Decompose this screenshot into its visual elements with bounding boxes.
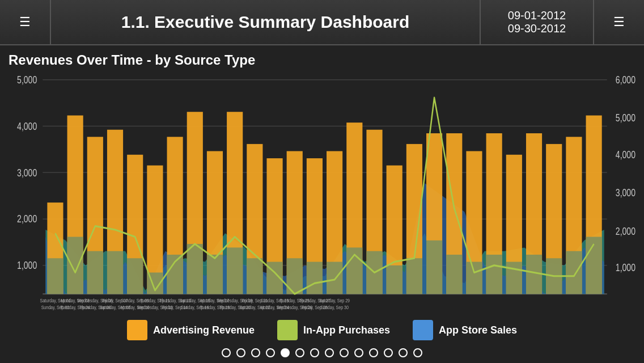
svg-rect-70 — [486, 255, 502, 294]
svg-text:Saturday, Sep 29: Saturday, Sep 29 — [319, 298, 350, 304]
page-dot-9[interactable] — [340, 348, 349, 357]
appstore-sales-label: App Store Sales — [439, 324, 517, 336]
legend-item-inapp: In-App Purchases — [277, 320, 390, 340]
svg-text:4,000: 4,000 — [17, 121, 37, 132]
list-icon: ☰ — [19, 16, 31, 28]
svg-text:4,000: 4,000 — [616, 150, 635, 161]
svg-rect-58 — [247, 258, 262, 294]
page-dot-5[interactable] — [281, 348, 290, 357]
svg-rect-74 — [566, 251, 582, 294]
date-end: 09-30-2012 — [508, 22, 566, 35]
inapp-purchases-swatch — [277, 320, 298, 340]
svg-rect-61 — [307, 262, 323, 294]
svg-rect-57 — [227, 247, 243, 294]
page-dot-8[interactable] — [325, 348, 334, 357]
legend-item-advertising: Advertising Revenue — [127, 320, 255, 340]
svg-rect-62 — [327, 262, 342, 294]
chart-title: Revenues Over Time - by Source Type — [9, 52, 635, 68]
header-left-button[interactable]: ☰ — [0, 0, 51, 44]
advertising-revenue-label: Advertising Revenue — [153, 324, 255, 336]
svg-text:6,000: 6,000 — [616, 74, 635, 85]
svg-rect-49 — [67, 237, 83, 294]
page-dot-3[interactable] — [251, 348, 260, 357]
svg-text:3,000: 3,000 — [17, 167, 37, 178]
svg-text:5,000: 5,000 — [616, 112, 635, 123]
header-date-area: 09-01-2012 09-30-2012 — [480, 0, 593, 44]
page-dot-2[interactable] — [236, 348, 245, 357]
svg-text:2,000: 2,000 — [17, 214, 37, 225]
page-dot-10[interactable] — [354, 348, 363, 357]
legend-item-appstore: App Store Sales — [413, 320, 517, 340]
svg-rect-55 — [187, 244, 203, 294]
header-title-area: 1.1. Executive Summary Dashboard — [51, 12, 480, 32]
appstore-sales-swatch — [413, 320, 433, 340]
main-content: Revenues Over Time - by Source Type 5,00… — [0, 45, 644, 363]
dashboard-title: 1.1. Executive Summary Dashboard — [121, 12, 410, 32]
svg-rect-52 — [127, 258, 143, 294]
svg-rect-54 — [167, 255, 183, 294]
page-dot-12[interactable] — [384, 348, 393, 357]
header: ☰ 1.1. Executive Summary Dashboard 09-01… — [0, 0, 644, 45]
page-dot-1[interactable] — [222, 348, 231, 357]
svg-rect-48 — [47, 258, 63, 294]
svg-rect-67 — [426, 240, 442, 294]
chart-container: 5,000 4,000 3,000 2,000 1,000 6,000 5,00… — [9, 73, 635, 363]
svg-text:1,000: 1,000 — [17, 260, 37, 271]
date-start: 09-01-2012 — [508, 9, 566, 22]
page-dot-4[interactable] — [266, 348, 275, 357]
svg-rect-56 — [207, 255, 223, 294]
advertising-revenue-swatch — [127, 320, 147, 340]
page-dot-6[interactable] — [295, 348, 304, 357]
inapp-purchases-label: In-App Purchases — [303, 324, 390, 336]
legend: Advertising Revenue In-App Purchases App… — [9, 315, 635, 344]
pagination — [9, 344, 635, 363]
svg-text:5,000: 5,000 — [17, 74, 37, 85]
svg-rect-71 — [506, 262, 522, 294]
svg-text:1,000: 1,000 — [616, 262, 635, 273]
page-dot-7[interactable] — [310, 348, 319, 357]
header-right-button[interactable]: ☰ — [593, 0, 644, 44]
menu-icon: ☰ — [613, 15, 625, 29]
svg-text:3,000: 3,000 — [616, 187, 635, 198]
svg-rect-66 — [406, 258, 422, 294]
svg-rect-50 — [87, 251, 103, 294]
chart-svg: 5,000 4,000 3,000 2,000 1,000 6,000 5,00… — [9, 73, 635, 315]
chart-svg-area: 5,000 4,000 3,000 2,000 1,000 6,000 5,00… — [9, 73, 635, 315]
svg-rect-68 — [446, 255, 462, 294]
svg-rect-51 — [107, 251, 123, 294]
svg-text:2,000: 2,000 — [616, 226, 635, 237]
svg-rect-65 — [387, 265, 402, 294]
page-dot-14[interactable] — [413, 348, 422, 357]
page-dot-11[interactable] — [369, 348, 378, 357]
svg-text:Sunday, Sep 30: Sunday, Sep 30 — [320, 305, 349, 310]
page-dot-13[interactable] — [399, 348, 408, 357]
svg-rect-69 — [466, 262, 482, 294]
